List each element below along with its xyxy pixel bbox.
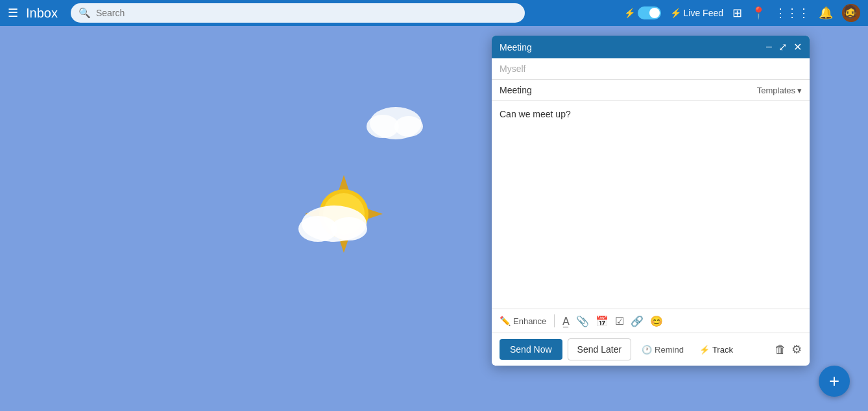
toolbar-icons: A̲ 📎 📅 ☑ 🔗 😊 <box>562 315 663 327</box>
compose-title: Meeting <box>500 42 532 53</box>
apps-icon[interactable]: ⋮⋮⋮ <box>775 6 810 20</box>
grid-lines-icon[interactable]: ⊞ <box>732 6 742 20</box>
send-now-button[interactable]: Send Now <box>500 339 562 360</box>
location-icon[interactable]: 📍 <box>751 6 766 20</box>
compose-body[interactable]: Can we meet up? <box>492 101 810 309</box>
maximize-icon[interactable]: ⤢ <box>778 41 787 53</box>
templates-label: Templates <box>757 86 795 95</box>
toolbar-divider <box>554 314 555 327</box>
pencil-icon: ✏️ <box>500 316 511 326</box>
menu-icon[interactable]: ☰ <box>8 6 18 20</box>
compose-header: Meeting – ⤢ ✕ <box>492 36 810 58</box>
live-feed-button[interactable]: ⚡ Live Feed <box>670 8 723 18</box>
track-lightning-icon: ⚡ <box>699 345 710 355</box>
remind-label: Remind <box>655 345 684 355</box>
weather-illustration <box>247 91 493 337</box>
compose-toolbar: ✏️ Enhance A̲ 📎 📅 ☑ 🔗 😊 <box>492 309 810 333</box>
header-right-actions: ⚡ ⚡ Live Feed ⊞ 📍 ⋮⋮⋮ 🔔 🧔 <box>624 4 860 22</box>
templates-button[interactable]: Templates ▾ <box>757 86 802 95</box>
check-circle-icon[interactable]: ☑ <box>615 315 624 327</box>
compose-subject-row: Meeting Templates ▾ <box>492 80 810 101</box>
svg-point-2 <box>394 116 423 137</box>
remind-button[interactable]: 🕐 Remind <box>636 341 689 358</box>
delete-icon[interactable]: 🗑 <box>775 343 786 357</box>
settings-icon[interactable]: ⚙ <box>791 342 802 357</box>
footer-right-actions: 🗑 ⚙ <box>775 342 802 357</box>
emoji-icon[interactable]: 😊 <box>650 315 663 327</box>
remind-clock-icon: 🕐 <box>642 345 652 355</box>
close-icon[interactable]: ✕ <box>793 41 802 53</box>
search-input[interactable] <box>96 8 517 18</box>
compose-to-field[interactable]: Myself <box>492 58 810 80</box>
app-header: ☰ Inbox 🔍 ⚡ ⚡ Live Feed ⊞ 📍 ⋮⋮⋮ 🔔 🧔 <box>0 0 868 26</box>
enhance-button[interactable]: ✏️ Enhance <box>500 316 546 326</box>
svg-point-8 <box>331 217 367 241</box>
enhance-label: Enhance <box>513 316 546 326</box>
svg-point-1 <box>367 115 399 138</box>
to-placeholder: Myself <box>500 64 525 74</box>
track-label: Track <box>712 345 733 355</box>
lightning-icon: ⚡ <box>624 8 635 18</box>
main-background: Meeting – ⤢ ✕ Myself Meeting Templates ▾… <box>0 26 868 411</box>
minimize-icon[interactable]: – <box>766 41 772 53</box>
send-later-button[interactable]: Send Later <box>568 338 632 360</box>
toggle-container: ⚡ <box>624 6 661 19</box>
search-icon: 🔍 <box>78 7 91 19</box>
app-title: Inbox <box>26 6 58 21</box>
weather-svg <box>247 91 493 337</box>
calendar-icon[interactable]: 📅 <box>596 315 609 327</box>
compose-body-text: Can we meet up? <box>500 109 571 119</box>
live-feed-lightning-icon: ⚡ <box>670 8 681 18</box>
dropdown-arrow-icon: ▾ <box>797 86 802 95</box>
compose-header-actions: – ⤢ ✕ <box>766 41 802 53</box>
track-button[interactable]: ⚡ Track <box>694 341 738 358</box>
compose-subject[interactable]: Meeting <box>500 85 532 95</box>
link-icon[interactable]: 🔗 <box>631 315 644 327</box>
search-bar[interactable]: 🔍 <box>71 3 525 23</box>
live-feed-label: Live Feed <box>684 8 723 18</box>
attachment-icon[interactable]: 📎 <box>576 315 589 327</box>
notification-icon[interactable]: 🔔 <box>819 6 833 20</box>
compose-modal: Meeting – ⤢ ✕ Myself Meeting Templates ▾… <box>492 36 810 366</box>
compose-footer: Send Now Send Later 🕐 Remind ⚡ Track 🗑 ⚙ <box>492 333 810 366</box>
toggle-switch[interactable] <box>638 6 661 19</box>
fab-button[interactable]: + <box>819 366 850 397</box>
text-format-icon[interactable]: A̲ <box>562 315 570 327</box>
fab-plus-icon: + <box>829 371 839 392</box>
avatar[interactable]: 🧔 <box>842 4 860 22</box>
